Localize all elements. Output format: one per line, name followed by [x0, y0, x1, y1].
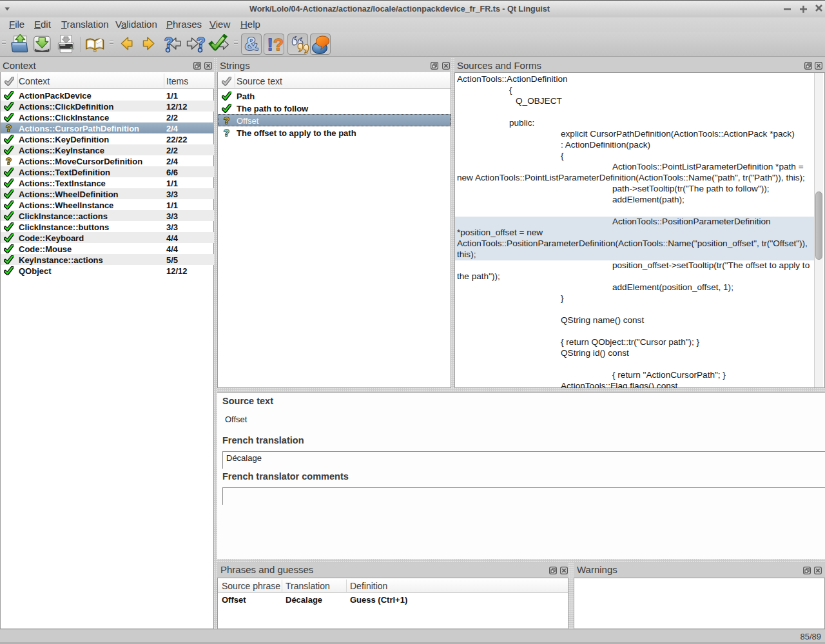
svg-text:?: ? [273, 35, 284, 54]
svg-text:&: & [244, 34, 258, 54]
svg-text:!: ! [267, 35, 273, 54]
